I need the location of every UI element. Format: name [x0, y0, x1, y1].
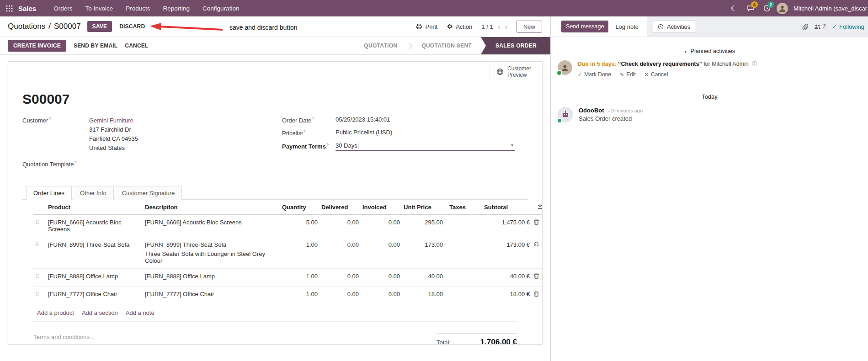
messages-menu[interactable]: 4 [744, 0, 757, 16]
dark-mode-toggle[interactable]: ☾ [727, 0, 741, 16]
optional-columns-icon[interactable] [538, 204, 543, 210]
user-menu[interactable]: Mitchell Admin (save_discar [791, 5, 867, 12]
order-date-value[interactable]: 05/25/2023 15:40:01 [335, 116, 515, 124]
delete-line-icon[interactable] [533, 241, 539, 248]
drag-handle-icon[interactable]: ⠿ [35, 242, 39, 248]
cell-quantity[interactable]: 1.00 [280, 269, 320, 287]
cell-unit-price[interactable]: 40.00 [402, 269, 445, 287]
col-quantity[interactable]: Quantity [280, 200, 320, 215]
cell-delivered[interactable]: 0.00 [320, 287, 361, 304]
cell-quantity[interactable]: 1.00 [280, 237, 320, 269]
menu-to-invoice[interactable]: To Invoice [80, 1, 118, 16]
cell-unit-price[interactable]: 18.00 [402, 287, 445, 304]
following-button[interactable]: ✓ Following [832, 23, 864, 30]
planned-activities-header[interactable]: ▾ Planned activities [551, 48, 868, 54]
cancel-button[interactable]: CANCEL [125, 42, 148, 49]
order-line-row[interactable]: ⠿ [FURN_8999] Three-Seat Sofa [FURN_8999… [33, 237, 543, 269]
save-button[interactable]: SAVE [87, 21, 112, 32]
action-menu-button[interactable]: Action [447, 23, 472, 30]
stage-quotation-sent[interactable]: QUOTATION SENT [412, 37, 481, 54]
dropdown-caret-icon[interactable]: ▾ [511, 143, 513, 148]
menu-products[interactable]: Products [120, 1, 155, 16]
app-name[interactable]: Sales [18, 5, 36, 12]
send-message-button[interactable]: Send message [561, 21, 608, 32]
odoobot-avatar[interactable] [558, 107, 573, 122]
col-subtotal[interactable]: Subtotal [482, 200, 532, 215]
terms-and-conditions-input[interactable]: Terms and conditions... [33, 334, 95, 340]
cell-product[interactable]: [FURN_8888] Office Lamp [46, 269, 143, 287]
cell-delivered[interactable]: 0.00 [320, 215, 361, 237]
cell-description[interactable]: [FURN_7777] Office Chair [143, 287, 280, 304]
cell-taxes[interactable] [445, 237, 482, 269]
drag-handle-icon[interactable]: ⠿ [35, 273, 39, 280]
tab-other-info[interactable]: Other Info [73, 186, 114, 200]
cell-taxes[interactable] [445, 287, 482, 304]
stage-quotation[interactable]: QUOTATION [355, 37, 406, 54]
cell-invoiced[interactable]: 0.00 [361, 269, 402, 287]
user-avatar[interactable] [777, 3, 788, 14]
drag-handle-icon[interactable]: ⠿ [35, 219, 39, 226]
cell-invoiced[interactable]: 0.00 [361, 287, 402, 304]
tab-customer-signature[interactable]: Customer Signature [115, 186, 182, 200]
menu-orders[interactable]: Orders [48, 1, 78, 16]
cell-product[interactable]: [FURN_6666] Acoustic Bloc Screens [46, 215, 143, 237]
paperclip-icon[interactable] [802, 23, 808, 30]
menu-reporting[interactable]: Reporting [158, 1, 196, 16]
stage-sales-order[interactable]: SALES ORDER [481, 37, 550, 54]
info-icon[interactable]: ⓘ [752, 61, 757, 67]
send-by-email-button[interactable]: SEND BY EMAIL [74, 42, 117, 49]
delete-line-icon[interactable] [533, 291, 539, 297]
col-product[interactable]: Product [46, 200, 143, 215]
cell-product[interactable]: [FURN_8999] Three-Seat Sofa [46, 237, 143, 269]
col-delivered[interactable]: Delivered [320, 200, 361, 215]
add-section-link[interactable]: Add a section [82, 309, 118, 316]
log-note-button[interactable]: Log note [615, 23, 639, 30]
cell-product[interactable]: [FURN_7777] Office Chair [46, 287, 143, 304]
tab-order-lines[interactable]: Order Lines [26, 186, 72, 200]
cancel-activity-button[interactable]: ✕ Cancel [644, 71, 668, 78]
cell-quantity[interactable]: 1.00 [280, 287, 320, 304]
cell-quantity[interactable]: 5.00 [280, 215, 320, 237]
col-unit-price[interactable]: Unit Price [402, 200, 445, 215]
col-taxes[interactable]: Taxes [445, 200, 482, 215]
quotation-template-label[interactable]: Quotation Template? [22, 160, 89, 168]
cell-invoiced[interactable]: 0.00 [361, 237, 402, 269]
discard-button[interactable]: DISCARD [119, 23, 145, 30]
drag-handle-icon[interactable]: ⠿ [35, 291, 39, 297]
order-line-row[interactable]: ⠿ [FURN_6666] Acoustic Bloc Screens [FUR… [33, 215, 543, 237]
activity-avatar[interactable] [558, 60, 572, 75]
customer-preview-button[interactable]: Customer Preview [490, 62, 542, 82]
activities-menu[interactable]: 2 [760, 0, 774, 16]
cell-delivered[interactable]: 0.00 [320, 237, 361, 269]
add-product-link[interactable]: Add a product [37, 309, 74, 316]
payment-terms-input[interactable]: 30 Days ▾ [335, 142, 515, 151]
cell-description[interactable]: [FURN_6666] Acoustic Bloc Screens [143, 215, 280, 237]
cell-description[interactable]: [FURN_8888] Office Lamp [143, 269, 280, 287]
pager-next-icon[interactable]: › [505, 23, 507, 31]
order-line-row[interactable]: ⠿ [FURN_7777] Office Chair [FURN_7777] O… [33, 287, 543, 304]
message-author[interactable]: OdooBot [579, 107, 604, 114]
print-button[interactable]: Print [416, 23, 437, 30]
cell-taxes[interactable] [445, 215, 482, 237]
edit-activity-button[interactable]: ✎ Edit [620, 71, 636, 78]
breadcrumb-quotations[interactable]: Quotations [8, 22, 45, 31]
cell-invoiced[interactable]: 0.00 [361, 215, 402, 237]
customer-link[interactable]: Gemini Furniture [89, 116, 282, 125]
pricelist-value[interactable]: Public Pricelist (USD) [335, 129, 515, 137]
cell-delivered[interactable]: 0.00 [320, 269, 361, 287]
add-note-link[interactable]: Add a note [126, 309, 154, 316]
cell-taxes[interactable] [445, 269, 482, 287]
cell-unit-price[interactable]: 173.00 [402, 237, 445, 269]
mark-done-button[interactable]: ✓ Mark Done [578, 71, 611, 78]
cell-unit-price[interactable]: 295.00 [402, 215, 445, 237]
apps-grid-icon[interactable] [0, 0, 18, 16]
delete-line-icon[interactable] [533, 273, 539, 279]
order-line-row[interactable]: ⠿ [FURN_8888] Office Lamp [FURN_8888] Of… [33, 269, 543, 287]
activities-button[interactable]: Activities [653, 21, 695, 33]
col-description[interactable]: Description [143, 200, 280, 215]
pager-previous-icon[interactable]: ‹ [498, 23, 501, 31]
delete-line-icon[interactable] [533, 219, 539, 225]
cell-description[interactable]: [FURN_8999] Three-Seat SofaThree Seater … [143, 237, 280, 269]
create-invoice-button[interactable]: CREATE INVOICE [8, 40, 66, 52]
col-invoiced[interactable]: Invoiced [361, 200, 402, 215]
